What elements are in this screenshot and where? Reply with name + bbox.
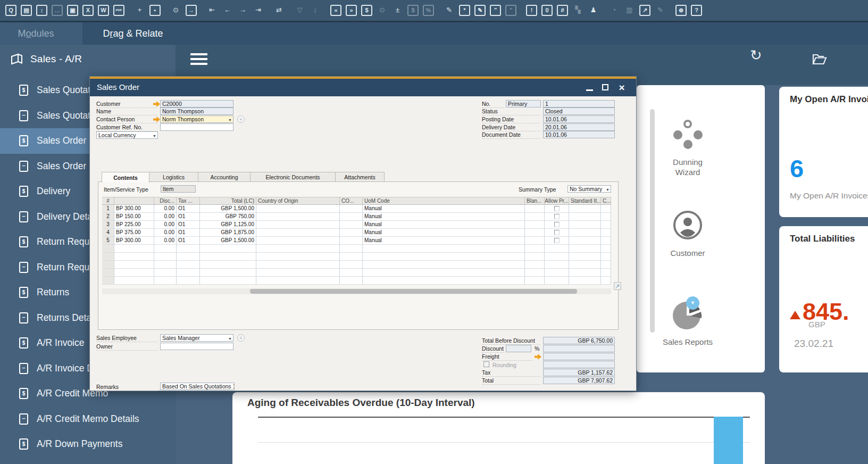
widget-dunning-wizard[interactable]: Dunning Wizard [661,120,714,177]
document-tab[interactable]: Accounting [198,172,251,182]
discount-amount-field[interactable] [543,345,615,352]
forward-remarks-icon[interactable]: " [505,5,516,16]
copy-from-document-icon[interactable]: » [346,5,357,16]
window-titlebar[interactable]: Sales Order × [90,79,636,96]
sidebar-item-ar-credit-memo-details[interactable]: ‒ A/R Credit Memo Details [0,407,176,432]
delivery-date-field[interactable]: 20.01.06 [543,123,615,131]
column-header[interactable]: C... [601,197,611,205]
sidebar-item-ar-down-payments[interactable]: $ A/R Down Payments [0,432,176,457]
table-row[interactable] [102,269,611,277]
base-document-icon[interactable]: % [423,5,434,16]
minimize-button[interactable] [585,83,595,93]
kpi-card-open-ar-invoices[interactable]: My Open A/R Invoices 6 My Open A/R Invoi… [779,87,868,217]
hamburger-menu-icon[interactable] [190,53,207,67]
print-icon[interactable]: ▤ [21,5,32,16]
tab-drag-and-relate[interactable]: Drag & Relate [82,22,183,45]
contact-list-icon[interactable]: ≡ [237,115,245,123]
item-service-type-select[interactable]: Item [161,185,196,193]
allow-procurement-checkbox[interactable] [554,230,560,235]
column-header[interactable]: Allow Pr... [545,197,569,205]
table-row[interactable] [102,253,611,261]
export-chart-icon[interactable]: ↗ [639,5,650,16]
open-folder-icon[interactable] [812,53,828,69]
tax-field[interactable]: GBP 1,157.62 [543,369,615,376]
status-field[interactable]: Closed [543,107,615,115]
print-sequence-icon[interactable]: ↕ [36,5,47,16]
send-message-icon[interactable]: … [52,5,63,16]
table-row[interactable]: 5 BP 300.00 0.00 O1 GBP 1,500.00 Manual [102,237,611,245]
column-header[interactable]: UoM Code [363,197,525,205]
widget-dropdown-badge[interactable]: ▼ [686,296,699,310]
next-record-icon[interactable]: → [237,5,248,16]
document-tab[interactable]: Attachments [336,172,385,182]
filter-icon[interactable]: ▽ [294,5,305,16]
allow-procurement-checkbox[interactable] [554,238,560,243]
table-row[interactable] [102,261,611,269]
grid-hscroll-thumb[interactable] [250,289,577,294]
document-date-field[interactable]: 10.01.06 [543,131,615,138]
split-view-icon[interactable]: ▥ [624,5,635,16]
column-header[interactable]: CO... [340,197,363,205]
org-structure-icon[interactable]: ▚ [572,5,583,16]
rounding-field[interactable] [543,361,615,368]
approval-status-icon[interactable]: 0 [541,5,553,16]
approval-warning-icon[interactable]: ! [526,5,537,16]
column-header[interactable]: Country of Origin [256,197,340,205]
export-pdf-icon[interactable]: PDF [113,5,124,16]
document-currency-icon[interactable]: $ [361,5,372,16]
owner-field[interactable] [160,343,233,350]
summary-type-select[interactable]: No Summary ▼ [567,185,611,193]
goto-document-icon[interactable]: → [186,5,197,16]
payment-means-icon[interactable]: ⊙ [377,5,388,16]
column-header[interactable]: # [102,197,114,205]
pan-view-icon[interactable]: + [134,5,145,16]
chart-card-aging-receivables[interactable]: Aging of Receivables Overdue (10-Day Int… [232,392,765,464]
last-record-icon[interactable]: ⇥ [253,5,264,16]
discount-percent-field[interactable] [506,345,531,352]
employee-list-icon[interactable]: ≡ [237,334,245,342]
document-draft-icon[interactable]: ✎ [474,5,486,16]
widget-customer[interactable]: Customer [661,210,714,258]
export-word-icon[interactable]: W [98,5,109,16]
posting-date-field[interactable]: 10.01.06 [543,115,615,123]
column-header[interactable]: Disc... [154,197,177,205]
volume-discount-icon[interactable]: $ [407,5,419,16]
kpi-card-total-liabilities[interactable]: Total Liabilities 845. GBP 23.02.21 [779,226,868,372]
copy-special-icon[interactable]: ▣ [67,5,78,16]
customer-field[interactable]: C20000 [160,100,233,107]
sales-employee-select[interactable]: Sales Manager ▼ [160,334,233,342]
previous-record-icon[interactable]: ← [222,5,233,16]
maximize-button[interactable] [601,83,611,93]
customer-ref-field[interactable] [160,123,233,131]
table-row[interactable] [102,245,611,253]
rounding-checkbox[interactable] [483,361,489,367]
cockpit-widget-panel[interactable]: Dunning Wizard Customer ▼ Sales Reports [637,85,765,372]
remarks-field[interactable]: Based On Sales Quotations 1. [160,383,235,390]
calculator-icon[interactable]: # [557,5,568,16]
edit-icon[interactable]: ✎ [444,5,455,16]
sort-icon[interactable]: ↕ [310,5,321,16]
user-icon[interactable]: ♟ [588,5,599,16]
table-row[interactable]: 3 BP 225.00 0.00 O1 GBP 1,125.00 Manual [102,221,611,229]
column-header[interactable]: Standard It... [569,197,601,205]
table-row[interactable]: 1 BP 300.00 0.00 O1 GBP 1,500.00 Manual [102,205,611,213]
document-tab[interactable]: Logistics [149,172,198,182]
refresh-icon[interactable]: ↻ [750,47,762,64]
find-icon[interactable]: ⊙ [170,5,181,16]
refresh-record-icon[interactable]: ⇄ [273,5,285,16]
widget-sales-reports[interactable]: ▼ Sales Reports [653,301,723,347]
help-icon[interactable]: ? [691,5,702,16]
export-excel-icon[interactable]: X [82,5,94,16]
form-settings-icon[interactable]: * [459,5,470,16]
total-field[interactable]: GBP 7,907.62 [543,377,615,384]
remarks-icon[interactable]: " [490,5,501,16]
first-record-icon[interactable]: ⇤ [206,5,218,16]
document-tab[interactable]: Contents [102,172,149,183]
currency-select[interactable]: Local Currency ▼ [96,131,158,139]
widget-panel-scrollbar[interactable] [650,109,655,333]
add-to-document-icon[interactable]: « [330,5,341,16]
column-header[interactable]: Tax ... [177,197,200,205]
total-before-discount-field[interactable]: GBP 6,750.00 [543,337,615,344]
dashboard-icon[interactable]: ◔ [608,5,620,16]
name-field[interactable]: Norm Thompson [160,107,233,115]
